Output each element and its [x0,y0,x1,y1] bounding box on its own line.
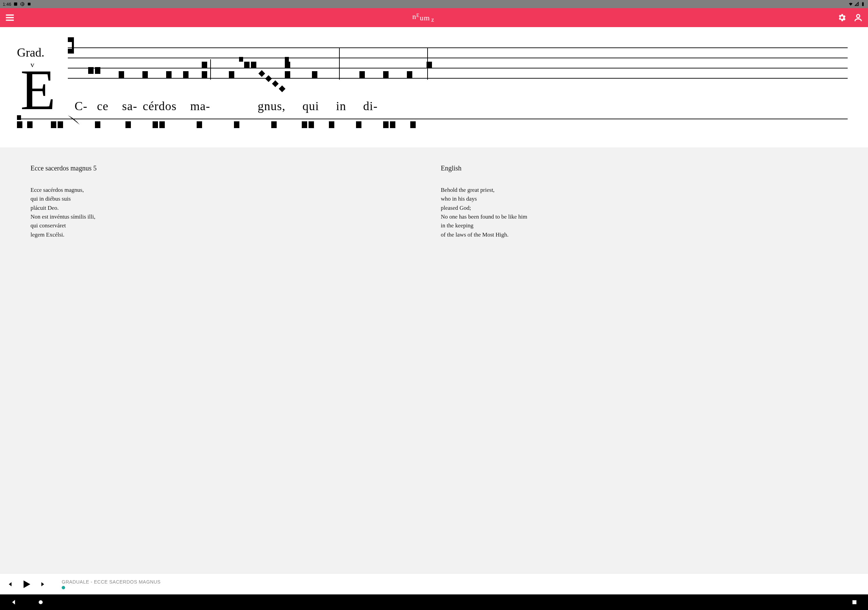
neumes-row-1 [68,41,848,95]
english-verse-line: who in his days [441,195,837,203]
chant-syllables: C- ce sa- cérdos ma- gnus, qui in di- [74,99,848,113]
english-verse-line: No one has been found to be like him [441,212,837,221]
svg-point-12 [857,15,860,18]
notification-icon [13,2,18,6]
card-icon [27,2,31,6]
svg-text:E: E [416,13,420,18]
latin-title: Ecce sacerdos magnus 5 [31,164,427,172]
latin-column: Ecce sacerdos magnus 5 Ecce sacérdos mag… [31,164,427,563]
app-header: n E um z [0,8,868,27]
signal-icon [854,2,859,6]
android-status-bar: 1:46 [0,0,868,8]
svg-text:n: n [412,12,416,21]
svg-rect-17 [852,600,857,604]
battery-icon [860,2,865,6]
score-label: Grad. [17,45,44,60]
settings-button[interactable] [837,12,847,23]
app-logo: n E um z [412,11,439,25]
track-title: GRADUALE - ECCE SACERDOS MAGNUS [62,579,161,585]
svg-rect-0 [14,2,17,5]
player-bar: GRADUALE - ECCE SACERDOS MAGNUS [0,573,868,595]
english-verse-line: in the keeping [441,221,837,230]
play-button[interactable] [20,577,33,591]
wifi-icon [848,2,853,6]
svg-text:um: um [420,14,430,22]
english-verse-line: Behold the great priest, [441,186,837,195]
english-title: English [441,164,837,172]
svg-rect-7 [6,20,14,21]
english-verse-line: pleased God; [441,204,837,212]
android-nav-bar [0,595,868,610]
svg-rect-2 [28,3,31,5]
previous-button[interactable] [5,579,16,590]
menu-button[interactable] [5,12,15,23]
chant-score[interactable]: Grad. v E [0,27,868,147]
svg-rect-3 [862,2,864,6]
latin-verse-line: qui conserváret [31,221,427,230]
score-initial: E [20,61,56,119]
svg-rect-4 [863,2,863,2]
globe-icon [20,2,25,6]
home-nav-button[interactable] [37,599,44,605]
svg-rect-6 [6,17,14,18]
english-column: English Behold the great priest,who in h… [441,164,837,563]
recent-nav-button[interactable] [851,599,858,605]
progress-indicator [62,586,65,589]
latin-verse-line: Ecce sacérdos magnus, [31,186,427,195]
latin-verse-line: legem Excélsi. [31,231,427,239]
latin-verse-line: Non est invéntus símilis illi, [31,212,427,221]
staff-lines-2 [17,119,848,127]
svg-point-16 [39,600,43,604]
svg-rect-5 [6,15,14,16]
next-button[interactable] [37,579,48,590]
latin-verse-line: plácuit Deo. [31,204,427,212]
back-nav-button[interactable] [10,599,17,605]
profile-button[interactable] [853,12,863,23]
text-translation-area: Ecce sacerdos magnus 5 Ecce sacérdos mag… [0,147,868,573]
latin-verse-line: qui in diébus suis [31,195,427,203]
svg-text:z: z [431,16,434,22]
status-time: 1:46 [3,2,11,7]
english-verse-line: of the laws of the Most High. [441,231,837,239]
